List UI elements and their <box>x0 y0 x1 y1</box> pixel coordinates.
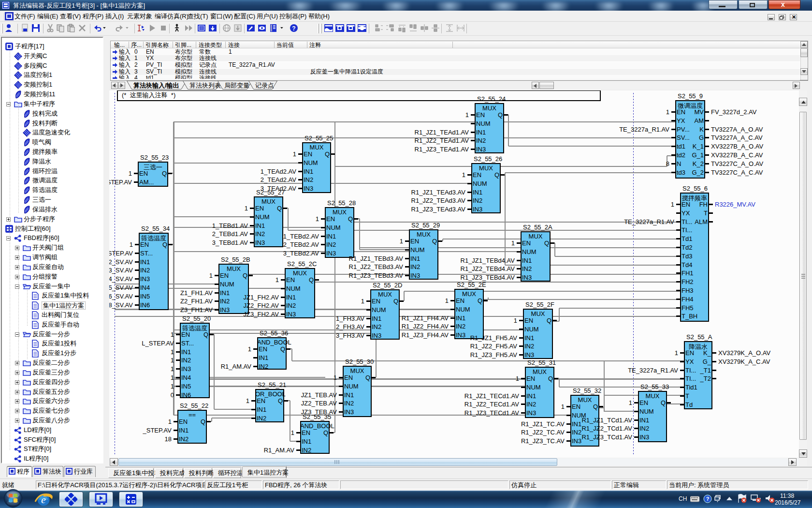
svg-text:?: ? <box>292 25 295 32</box>
svg-text:?: ? <box>706 496 710 502</box>
